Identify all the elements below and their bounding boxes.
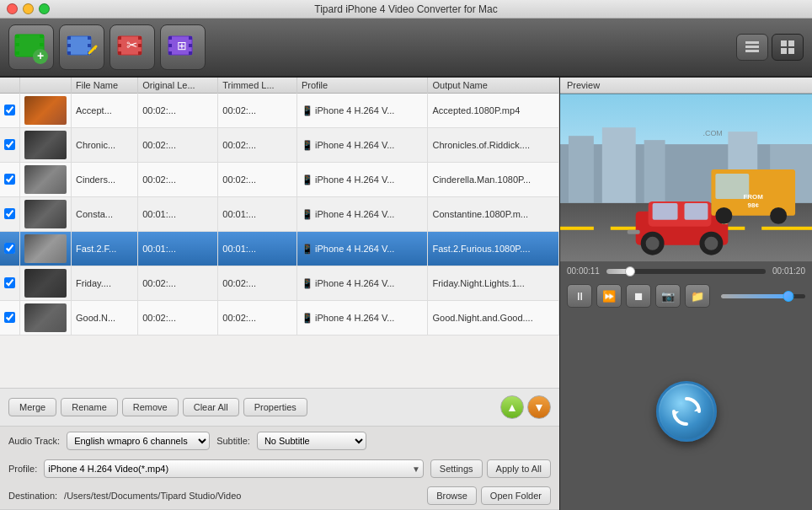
table-row[interactable]: Consta... 00:01:... 00:01:... 📱iPhone 4 … — [0, 197, 559, 232]
row-checkbox[interactable] — [4, 277, 15, 288]
svg-rect-36 — [745, 50, 759, 52]
svg-rect-13 — [88, 36, 91, 40]
thumbnail — [24, 131, 67, 159]
row-checkbox[interactable] — [4, 105, 15, 115]
rename-button[interactable]: Rename — [61, 398, 118, 416]
screenshot-button[interactable]: 📷 — [655, 284, 681, 308]
view-toggle — [736, 34, 804, 61]
col-thumb — [20, 78, 72, 94]
list-view-button[interactable] — [736, 34, 768, 61]
row-filename: Good.N... — [72, 301, 138, 336]
properties-button[interactable]: Properties — [243, 398, 307, 416]
browse-button[interactable]: Browse — [427, 486, 477, 505]
table-row[interactable]: Good.N... 00:02:... 00:02:... 📱iPhone 4 … — [0, 301, 559, 336]
folder-button[interactable]: 📁 — [685, 284, 710, 308]
row-checkbox[interactable] — [4, 139, 15, 150]
profile-action-buttons: Settings Apply to All — [430, 459, 551, 478]
table-row[interactable]: Chronic... 00:02:... 00:02:... 📱iPhone 4… — [0, 128, 559, 163]
row-checkbox[interactable] — [4, 312, 15, 323]
row-filename: Cinders... — [72, 163, 138, 197]
add-video-button[interactable]: + — [8, 24, 54, 70]
col-original: Original Le... — [138, 78, 218, 94]
file-table: File Name Original Le... Trimmed L... Pr… — [0, 78, 559, 336]
svg-rect-40 — [788, 48, 794, 54]
maximize-button[interactable] — [39, 3, 50, 14]
svg-rect-56 — [653, 203, 678, 220]
grid-view-button[interactable] — [772, 34, 804, 61]
col-output: Output Name — [428, 78, 559, 94]
profile-select-wrap: iPhone 4 H.264 Video(*.mp4) ▼ — [44, 459, 424, 478]
open-folder-button[interactable]: Open Folder — [481, 486, 551, 505]
right-panel: Preview — [559, 78, 812, 510]
thumbnail — [24, 165, 67, 194]
svg-rect-37 — [781, 40, 787, 46]
move-up-button[interactable]: ▲ — [500, 395, 524, 419]
row-original-length: 00:02:... — [138, 163, 218, 197]
svg-text:.COM: .COM — [702, 129, 722, 137]
table-row[interactable]: Fast.2.F... 00:01:... 00:01:... 📱iPhone … — [0, 232, 559, 266]
phone-icon: 📱 — [302, 278, 313, 288]
main-area: File Name Original Le... Trimmed L... Pr… — [0, 78, 812, 510]
svg-rect-34 — [745, 41, 759, 44]
svg-rect-45 — [644, 140, 665, 203]
fast-forward-button[interactable]: ⏩ — [596, 284, 622, 308]
table-row[interactable]: Cinders... 00:02:... 00:02:... 📱iPhone 4… — [0, 163, 559, 197]
profile-select[interactable]: iPhone 4 H.264 Video(*.mp4) — [44, 459, 424, 478]
audio-track-label: Audio Track: — [8, 436, 60, 446]
thumbnail — [24, 303, 67, 332]
preview-progress-bar[interactable]: 00:00:11 00:01:20 — [560, 262, 812, 280]
row-trimmed-length: 00:02:... — [218, 163, 297, 197]
merge-button[interactable]: Merge — [8, 398, 56, 416]
table-row[interactable]: Accept... 00:02:... 00:02:... 📱iPhone 4 … — [0, 94, 559, 128]
trim-button[interactable]: ✂ — [110, 24, 155, 70]
file-list[interactable]: File Name Original Le... Trimmed L... Pr… — [0, 78, 559, 388]
row-checkbox-cell[interactable] — [0, 94, 20, 128]
progress-thumb[interactable] — [625, 266, 635, 276]
crop-button[interactable]: ⊞ — [160, 24, 206, 70]
table-row[interactable]: Friday.... 00:02:... 00:02:... 📱iPhone 4… — [0, 266, 559, 301]
svg-rect-23 — [138, 44, 142, 47]
remove-button[interactable]: Remove — [122, 398, 179, 416]
row-original-length: 00:02:... — [138, 94, 218, 128]
row-checkbox-cell[interactable] — [0, 128, 20, 163]
clear-all-button[interactable]: Clear All — [183, 398, 239, 416]
row-checkbox[interactable] — [4, 208, 15, 219]
row-profile: 📱iPhone 4 H.264 V... — [297, 301, 428, 336]
svg-rect-30 — [189, 36, 192, 40]
row-checkbox-cell[interactable] — [0, 301, 20, 336]
row-checkbox[interactable] — [4, 174, 15, 185]
row-checkbox-cell[interactable] — [0, 197, 20, 232]
minimize-button[interactable] — [23, 3, 34, 14]
subtitle-select[interactable]: No Subtitle — [257, 432, 366, 450]
row-thumb-cell — [20, 163, 72, 197]
row-original-length: 00:02:... — [138, 266, 218, 301]
progress-track[interactable] — [606, 269, 766, 274]
convert-button[interactable] — [656, 381, 717, 442]
stop-button[interactable]: ⏹ — [626, 284, 651, 308]
row-checkbox-cell[interactable] — [0, 266, 20, 301]
subtitle-label: Subtitle: — [216, 436, 250, 446]
audio-track-select[interactable]: English wmapro 6 channels — [67, 432, 210, 450]
row-checkbox-cell[interactable] — [0, 232, 20, 266]
volume-slider[interactable] — [721, 294, 805, 298]
close-button[interactable] — [7, 3, 18, 14]
window-title: Tipard iPhone 4 Video Converter for Mac — [314, 3, 497, 15]
row-checkbox-cell[interactable] — [0, 163, 20, 197]
svg-rect-53 — [761, 227, 812, 230]
svg-rect-32 — [189, 51, 192, 55]
preview-header: Preview — [560, 78, 812, 94]
settings-button[interactable]: Settings — [430, 459, 483, 478]
volume-thumb[interactable] — [783, 291, 794, 302]
svg-point-61 — [704, 237, 718, 250]
row-checkbox[interactable] — [4, 243, 15, 254]
edit-button[interactable] — [59, 24, 104, 70]
row-original-length: 00:01:... — [138, 232, 218, 266]
svg-rect-63 — [628, 230, 640, 234]
svg-rect-44 — [602, 127, 636, 203]
apply-to-all-button[interactable]: Apply to All — [487, 459, 551, 478]
pause-button[interactable]: ⏸ — [567, 284, 592, 308]
preview-video: FROM 98¢ .COM — [560, 94, 812, 262]
move-down-button[interactable]: ▼ — [527, 395, 551, 419]
row-original-length: 00:02:... — [138, 128, 218, 163]
svg-text:⊞: ⊞ — [177, 39, 187, 52]
